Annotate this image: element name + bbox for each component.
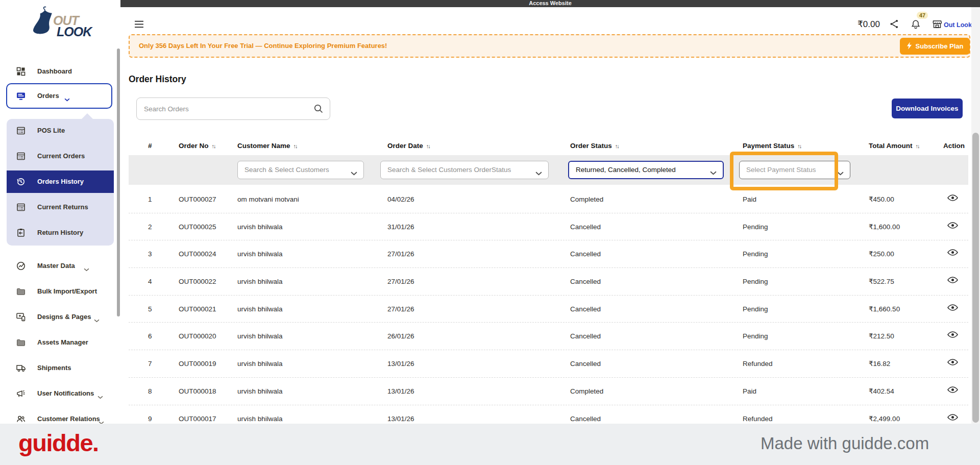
order-status: Cancelled	[570, 323, 601, 350]
sidebar-item-return-history[interactable]: Return History	[0, 223, 115, 243]
order-history-screen: { "top_bar": { "label": "Access Website"…	[0, 0, 980, 465]
customer-name: urvish bhilwala	[237, 378, 283, 405]
sidebar-item-pos-lite[interactable]: POS Lite	[0, 120, 115, 141]
sort-icon[interactable]: ↑↓	[797, 143, 801, 149]
payment-status: Pending	[743, 268, 768, 296]
payment-status: Pending	[743, 213, 768, 241]
sort-icon[interactable]: ↑↓	[293, 143, 297, 149]
row-index: 7	[148, 350, 152, 378]
table-row: 8 OUT000018 urvish bhilwala 13/01/26 Com…	[129, 378, 968, 405]
sidebar-scrollbar[interactable]	[117, 48, 120, 316]
folder-icon	[16, 287, 26, 296]
app-logo[interactable]: OUT LOOK	[28, 5, 94, 46]
search-icon[interactable]	[313, 104, 324, 114]
order-date: 26/01/26	[387, 323, 414, 350]
view-order-button[interactable]	[947, 222, 958, 231]
search-orders-box	[136, 97, 330, 120]
customer-name: om motvani motvani	[237, 186, 299, 213]
sort-icon[interactable]: ↑↓	[426, 143, 430, 149]
sidebar-item-dashboard[interactable]: Dashboard	[0, 61, 115, 82]
sort-icon[interactable]: ↑↓	[212, 143, 215, 149]
sidebar-item-label: Current Orders	[37, 146, 85, 166]
sidebar-item-user-notifications[interactable]: User Notifications	[0, 383, 115, 404]
folder-icon	[16, 338, 26, 347]
sidebar-item-label: POS Lite	[37, 120, 65, 141]
sidebar-item-designs-pages[interactable]: Designs & Pages	[0, 307, 115, 327]
order-date: 13/01/26	[387, 378, 414, 405]
total-amount: ₹402.54	[869, 378, 894, 405]
designs-pages-icon	[16, 312, 26, 322]
sidebar-item-shipments[interactable]: Shipments	[0, 358, 115, 378]
view-order-button[interactable]	[947, 413, 958, 423]
view-order-button[interactable]	[947, 249, 958, 258]
sidebar-item-label: Designs & Pages	[37, 307, 91, 327]
chevron-down-icon	[710, 168, 717, 177]
view-order-button[interactable]	[947, 276, 958, 285]
sort-icon[interactable]: ↑↓	[915, 143, 919, 149]
payment-status: Paid	[743, 186, 756, 213]
column-header-action: Action	[943, 135, 965, 157]
sidebar-item-label: Dashboard	[37, 61, 72, 82]
view-order-button[interactable]	[947, 194, 958, 203]
order-no: OUT000020	[179, 323, 216, 350]
customer-name: urvish bhilwala	[237, 268, 283, 296]
order-date: 13/01/26	[387, 350, 414, 378]
order-no: OUT000022	[179, 268, 216, 296]
view-order-button[interactable]	[947, 386, 958, 395]
share-icon[interactable]	[889, 19, 899, 29]
customer-filter-dropdown[interactable]: Search & Select Customers	[237, 161, 364, 179]
order-status-filter-dropdown[interactable]: Returned, Cancelled, Completed	[568, 161, 724, 179]
row-index: 1	[148, 186, 152, 213]
view-order-button[interactable]	[947, 358, 958, 368]
chevron-down-icon	[837, 168, 844, 178]
customer-filter-placeholder: Search & Select Customers	[244, 161, 329, 179]
truck-icon	[16, 363, 26, 373]
notifications-bell-icon[interactable]	[911, 19, 921, 30]
page-scrollbar-thumb[interactable]	[972, 133, 979, 423]
submenu-notch	[82, 113, 93, 119]
chevron-down-icon	[94, 315, 100, 325]
column-header-order-no: Order No	[179, 142, 209, 150]
table-row: 5 OUT000021 urvish bhilwala 27/01/26 Can…	[129, 296, 968, 323]
dashboard-icon	[16, 67, 26, 76]
table-row: 2 OUT000025 urvish bhilwala 31/01/26 Can…	[129, 213, 968, 241]
sidebar-item-master-data[interactable]: Master Data	[0, 256, 115, 276]
total-amount: ₹1,660.50	[869, 296, 900, 323]
payment-status-filter-dropdown[interactable]: Select Payment Status	[739, 161, 850, 179]
view-order-button[interactable]	[947, 331, 958, 340]
sidebar-item-label: Shipments	[37, 358, 71, 378]
hamburger-menu-icon[interactable]	[134, 20, 144, 28]
sidebar-item-current-orders[interactable]: Current Orders	[0, 146, 115, 166]
sidebar-item-current-returns[interactable]: Current Returns	[0, 197, 115, 217]
table-row: 6 OUT000020 urvish bhilwala 26/01/26 Can…	[129, 323, 968, 350]
table-row: 4 OUT000022 urvish bhilwala 27/01/26 Can…	[129, 268, 968, 296]
store-name-button[interactable]: Out Look	[944, 21, 972, 29]
order-no: OUT000018	[179, 378, 216, 405]
customer-name: urvish bhilwala	[237, 350, 283, 378]
people-icon	[16, 414, 26, 424]
chevron-down-icon	[64, 94, 70, 104]
view-order-button[interactable]	[947, 304, 958, 313]
row-index: 6	[148, 323, 152, 350]
order-date-filter-dropdown[interactable]: Search & Select Customers OrderStatus	[380, 161, 549, 179]
sidebar-item-orders[interactable]: Orders	[0, 86, 115, 106]
customer-name: urvish bhilwala	[237, 296, 283, 323]
sidebar: OUT LOOK Dashboard Orders POS Lite Curre…	[0, 0, 120, 465]
order-status: Cancelled	[570, 350, 601, 378]
sidebar-item-assets-manager[interactable]: Assets Manager	[0, 332, 115, 353]
subscribe-plan-button[interactable]: Subscribe Plan	[900, 38, 970, 55]
orders-icon	[16, 91, 26, 101]
sidebar-item-orders-history[interactable]: Orders History	[7, 170, 114, 193]
sidebar-item-label: Orders	[37, 86, 59, 106]
total-amount: ₹1,600.00	[869, 213, 900, 241]
total-amount: ₹16.82	[869, 350, 890, 378]
sidebar-item-bulk-import-export[interactable]: Bulk Import/Export	[0, 281, 115, 302]
access-website-bar[interactable]: Access Website	[120, 0, 980, 7]
customer-name: urvish bhilwala	[237, 213, 283, 241]
sort-icon[interactable]: ↑↓	[615, 143, 619, 149]
wallet-balance[interactable]: ₹0.00	[857, 19, 880, 30]
sidebar-item-label: Return History	[37, 223, 83, 243]
search-orders-input[interactable]	[137, 98, 330, 119]
download-invoices-button[interactable]: Download Invoices	[892, 99, 963, 118]
column-header-payment-status: Payment Status	[743, 142, 794, 150]
